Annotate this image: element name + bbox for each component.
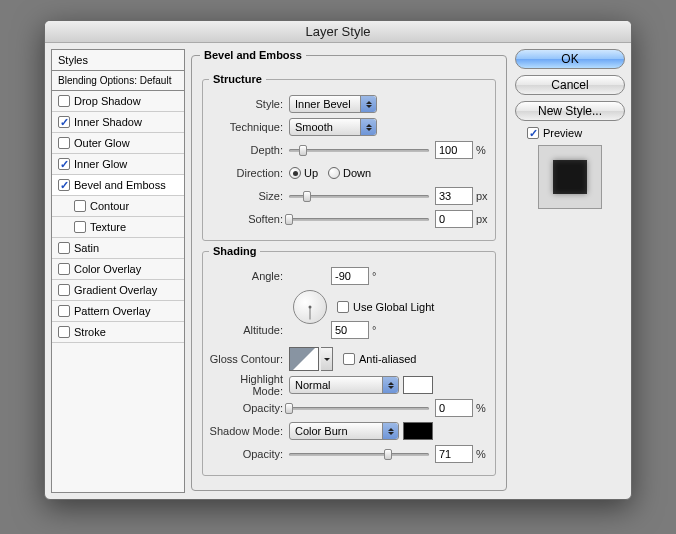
- soften-unit: px: [473, 213, 489, 225]
- style-item-stroke[interactable]: Stroke: [52, 322, 184, 343]
- hl-opacity-unit: %: [473, 402, 489, 414]
- highlight-mode-value: Normal: [295, 379, 330, 391]
- updown-icon: [360, 119, 376, 135]
- style-item-texture[interactable]: Texture: [52, 217, 184, 238]
- style-item-contour[interactable]: Contour: [52, 196, 184, 217]
- style-item-drop-shadow[interactable]: Drop Shadow: [52, 91, 184, 112]
- style-item-label: Bevel and Emboss: [74, 179, 166, 191]
- size-unit: px: [473, 190, 489, 202]
- use-global-light-label: Use Global Light: [353, 301, 434, 313]
- up-label: Up: [304, 167, 318, 179]
- hl-opacity-input[interactable]: 0: [435, 399, 473, 417]
- cancel-button[interactable]: Cancel: [515, 75, 625, 95]
- technique-value: Smooth: [295, 121, 333, 133]
- style-item-label: Stroke: [74, 326, 106, 338]
- sh-opacity-label: Opacity:: [209, 448, 289, 460]
- updown-icon: [382, 377, 398, 393]
- size-slider[interactable]: [289, 189, 429, 203]
- preview-thumbnail: [538, 145, 602, 209]
- style-item-label: Texture: [90, 221, 126, 233]
- style-checkbox[interactable]: [58, 326, 70, 338]
- style-label: Style:: [209, 98, 289, 110]
- style-checkbox[interactable]: [58, 263, 70, 275]
- sh-opacity-input[interactable]: 71: [435, 445, 473, 463]
- shadow-mode-value: Color Burn: [295, 425, 348, 437]
- shading-group: Shading Angle: -90 °: [202, 245, 496, 476]
- style-item-outer-glow[interactable]: Outer Glow: [52, 133, 184, 154]
- use-global-light-checkbox[interactable]: [337, 301, 349, 313]
- blending-options-item[interactable]: Blending Options: Default: [52, 71, 184, 91]
- gloss-contour-menu[interactable]: [321, 347, 333, 371]
- direction-down-radio[interactable]: [328, 167, 340, 179]
- angle-center: [309, 306, 312, 309]
- style-item-gradient-overlay[interactable]: Gradient Overlay: [52, 280, 184, 301]
- style-item-label: Pattern Overlay: [74, 305, 150, 317]
- style-item-label: Gradient Overlay: [74, 284, 157, 296]
- highlight-mode-select[interactable]: Normal: [289, 376, 399, 394]
- altitude-input[interactable]: 50: [331, 321, 369, 339]
- style-item-label: Color Overlay: [74, 263, 141, 275]
- style-item-inner-glow[interactable]: Inner Glow: [52, 154, 184, 175]
- style-item-pattern-overlay[interactable]: Pattern Overlay: [52, 301, 184, 322]
- depth-input[interactable]: 100: [435, 141, 473, 159]
- soften-label: Soften:: [209, 213, 289, 225]
- style-item-label: Satin: [74, 242, 99, 254]
- altitude-unit: °: [369, 324, 385, 336]
- hl-opacity-slider[interactable]: [289, 401, 429, 415]
- style-checkbox[interactable]: [58, 137, 70, 149]
- highlight-color-swatch[interactable]: [403, 376, 433, 394]
- style-checkbox[interactable]: [58, 242, 70, 254]
- angle-input[interactable]: -90: [331, 267, 369, 285]
- new-style-button[interactable]: New Style...: [515, 101, 625, 121]
- preview-swatch: [553, 160, 587, 194]
- angle-dial[interactable]: [293, 290, 327, 324]
- down-label: Down: [343, 167, 371, 179]
- style-checkbox[interactable]: [58, 284, 70, 296]
- right-panel: OK Cancel New Style... Preview: [515, 49, 625, 215]
- bevel-emboss-group: Bevel and Emboss Structure Style: Inner …: [191, 49, 507, 491]
- layer-style-dialog: Layer Style Styles Blending Options: Def…: [44, 20, 632, 500]
- technique-label: Technique:: [209, 121, 289, 133]
- style-value: Inner Bevel: [295, 98, 351, 110]
- soften-input[interactable]: 0: [435, 210, 473, 228]
- style-checkbox[interactable]: [74, 200, 86, 212]
- style-item-satin[interactable]: Satin: [52, 238, 184, 259]
- preview-label: Preview: [543, 127, 582, 139]
- technique-select[interactable]: Smooth: [289, 118, 377, 136]
- style-checkbox[interactable]: [58, 116, 70, 128]
- style-checkbox[interactable]: [58, 179, 70, 191]
- styles-header: Styles: [52, 50, 184, 71]
- shadow-color-swatch[interactable]: [403, 422, 433, 440]
- soften-slider[interactable]: [289, 212, 429, 226]
- size-input[interactable]: 33: [435, 187, 473, 205]
- shading-legend: Shading: [209, 245, 260, 257]
- anti-aliased-checkbox[interactable]: [343, 353, 355, 365]
- styles-list: Styles Blending Options: Default Drop Sh…: [51, 49, 185, 493]
- style-item-label: Inner Shadow: [74, 116, 142, 128]
- anti-aliased-label: Anti-aliased: [359, 353, 416, 365]
- preview-checkbox[interactable]: [527, 127, 539, 139]
- style-item-inner-shadow[interactable]: Inner Shadow: [52, 112, 184, 133]
- gloss-contour-swatch[interactable]: [289, 347, 319, 371]
- style-item-color-overlay[interactable]: Color Overlay: [52, 259, 184, 280]
- depth-unit: %: [473, 144, 489, 156]
- style-item-label: Outer Glow: [74, 137, 130, 149]
- style-select[interactable]: Inner Bevel: [289, 95, 377, 113]
- direction-up-radio[interactable]: [289, 167, 301, 179]
- style-checkbox[interactable]: [58, 95, 70, 107]
- titlebar: Layer Style: [45, 21, 631, 43]
- angle-unit: °: [369, 270, 385, 282]
- group-title: Bevel and Emboss: [200, 49, 306, 61]
- structure-legend: Structure: [209, 73, 266, 85]
- style-item-bevel-and-emboss[interactable]: Bevel and Emboss: [52, 175, 184, 196]
- shadow-mode-select[interactable]: Color Burn: [289, 422, 399, 440]
- structure-group: Structure Style: Inner Bevel Technique: …: [202, 73, 496, 241]
- sh-opacity-slider[interactable]: [289, 447, 429, 461]
- style-checkbox[interactable]: [58, 158, 70, 170]
- angle-label: Angle:: [209, 270, 289, 282]
- depth-slider[interactable]: [289, 143, 429, 157]
- altitude-label: Altitude:: [209, 324, 289, 336]
- style-checkbox[interactable]: [58, 305, 70, 317]
- ok-button[interactable]: OK: [515, 49, 625, 69]
- style-checkbox[interactable]: [74, 221, 86, 233]
